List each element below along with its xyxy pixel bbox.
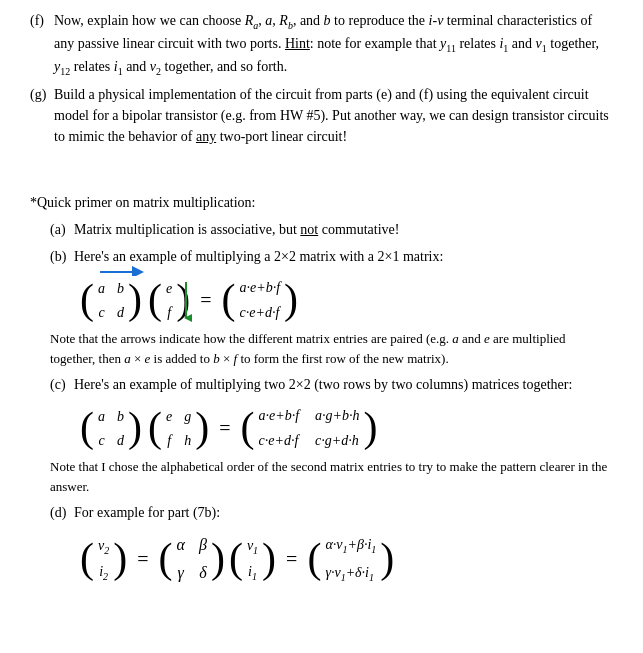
label-b: (b) [50,246,70,267]
mc-right-grid: e g f h [162,404,195,453]
lb3: ( [241,409,255,447]
note-b: Note that the arrows indicate how the di… [50,329,613,368]
left-bracket3: ( [222,281,236,319]
matrix-c-result: ( a·e+b·f a·g+b·h c·e+d·f c·g+d·h ) [241,403,378,453]
d-delta: δ [199,561,207,585]
dv2: v2 [98,535,109,558]
matrix-d-mid: ( α β γ δ ) [159,531,225,587]
rb1: ) [128,409,142,447]
cc-b: b [117,406,124,427]
section-d: (d) For example for part (7b): [50,502,613,523]
drb3: ) [262,540,276,578]
matrix-equation-d: ( v2 i2 ) = ( α β γ δ ) ( v1 i1 ) = ( α·… [80,531,613,587]
label-c: (c) [50,374,70,395]
matrix-b-2x2: ( a b c d ) [80,276,142,325]
md-mid-grid: α β γ δ [173,531,211,587]
d-beta: β [199,533,207,557]
md-result-grid: α·v1+β·i1 γ·v1+δ·i1 [321,532,380,588]
left-bracket: ( [80,281,94,319]
matrix-b-2x1-grid: e f [162,276,176,325]
left-bracket2: ( [148,281,162,319]
eq2: = [219,413,230,443]
primer-title: *Quick primer on matrix multiplication: [30,192,613,213]
matrix-c-right: ( e g f h ) [148,404,209,453]
cc-h: h [184,430,191,451]
mc-left-grid: a b c d [94,404,128,453]
label-g: (g) [30,84,50,147]
blue-arrow-icon [98,264,148,276]
from-text: from [249,108,276,123]
cc-g: g [184,406,191,427]
d-eq1: = [137,544,148,574]
section-g: (g) Build a physical implementation of t… [30,84,613,147]
drb4: ) [380,540,394,578]
di1: i1 [247,561,258,584]
content-f: Now, explain how we can choose Ra, a, Rb… [54,10,613,78]
cell-d: d [117,302,124,323]
cc-f: f [166,430,172,451]
section-c: (c) Here's an example of multiplying two… [50,374,613,395]
right-bracket3: ) [284,281,298,319]
lb2: ( [148,409,162,447]
cell-f: f [166,302,172,323]
section-a: (a) Matrix multiplication is associative… [50,219,613,240]
dr2: γ·v1+δ·i1 [325,562,376,585]
cc-c: c [98,430,105,451]
matrix-d-v1i1: ( v1 i1 ) [229,533,276,587]
d-eq2: = [286,544,297,574]
d-alpha: α [177,533,185,557]
cell-b: b [117,278,124,299]
cc-a: a [98,406,105,427]
md-lhs-grid: v2 i2 [94,533,113,587]
cr-22: c·g+d·h [315,430,359,451]
matrix-equation-c: ( a b c d ) ( e g f h ) = ( a·e+b·f a·g+… [80,403,613,453]
content-d: For example for part (7b): [74,502,613,523]
di2: i2 [98,561,109,584]
right-bracket: ) [128,281,142,319]
section-f: (f) Now, explain how we can choose Ra, a… [30,10,613,78]
cc-d: d [117,430,124,451]
matrix-c-left: ( a b c d ) [80,404,142,453]
matrix-d-result: ( α·v1+β·i1 γ·v1+δ·i1 ) [307,532,394,588]
matrix-b-2x2-grid: a b c d [94,276,128,325]
mc-result-grid: a·e+b·f a·g+b·h c·e+d·f c·g+d·h [255,403,364,453]
cc-e: e [166,406,172,427]
content-c: Here's an example of multiplying two 2×2… [74,374,613,395]
result-row1: a·e+b·f [240,277,281,298]
equals-sign: = [200,285,211,315]
lb1: ( [80,409,94,447]
cell-a: a [98,278,105,299]
cr-21: c·e+d·f [259,430,300,451]
label-f: (f) [30,10,50,78]
divider [30,159,613,180]
dlb3: ( [229,540,243,578]
cell-e: e [166,278,172,299]
rb3: ) [364,409,378,447]
content-g: Build a physical implementation of the c… [54,84,613,147]
content-a: Matrix multiplication is associative, bu… [74,219,613,240]
dr1: α·v1+β·i1 [325,534,376,557]
matrix-b-result: ( a·e+b·f c·e+d·f ) [222,275,299,325]
dlb4: ( [307,540,321,578]
md-v1i1-grid: v1 i1 [243,533,262,587]
cell-c: c [98,302,105,323]
matrix-b-left: ( a b c d ) [80,276,142,325]
drb1: ) [113,540,127,578]
rb2: ) [195,409,209,447]
matrix-b-result-grid: a·e+b·f c·e+d·f [236,275,285,325]
green-arrow-icon [180,280,192,324]
dlb2: ( [159,540,173,578]
result-row2: c·e+d·f [240,302,281,323]
d-gamma: γ [177,561,185,585]
cr-11: a·e+b·f [259,405,300,426]
matrix-d-lhs: ( v2 i2 ) [80,533,127,587]
note-c: Note that I chose the alphabetical order… [50,457,613,496]
primer-title-text: *Quick primer on matrix multiplication: [30,195,256,210]
dv1: v1 [247,535,258,558]
label-d: (d) [50,502,70,523]
cr-12: a·g+b·h [315,405,359,426]
content-b: Here's an example of multiplying a 2×2 m… [74,246,613,267]
matrix-b-right: ( e f ) [148,276,190,325]
dlb1: ( [80,540,94,578]
label-a: (a) [50,219,70,240]
